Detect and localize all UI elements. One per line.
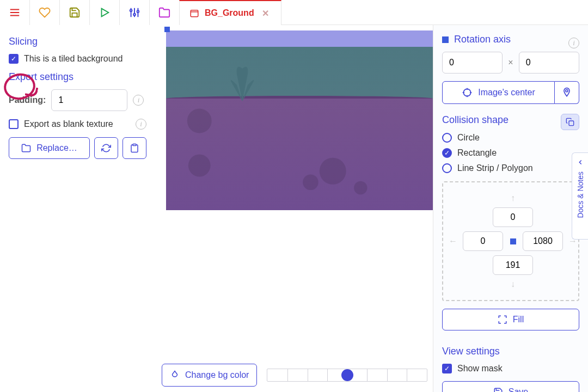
collision-line-radio[interactable]: Line Strip / Polygon [442,161,579,176]
canvas-layer-purple [166,99,433,210]
zoom-thumb[interactable] [341,369,353,381]
save-icon [69,7,81,19]
rotation-axis-label: Rotation axis [454,34,511,45]
svg-point-8 [133,14,136,16]
rotation-sep: × [508,58,513,68]
hamburger-icon [9,7,21,19]
rotation-x-input[interactable] [442,52,503,74]
arrow-left-icon: ← [449,236,457,246]
sliders-icon [128,7,140,19]
axis-marker-icon [442,36,449,43]
pin-icon [561,87,572,98]
svg-point-7 [130,10,132,12]
svg-point-9 [137,10,139,13]
svg-marker-3 [102,9,109,17]
heart-icon [39,7,51,19]
tab-title: BG_Ground [205,8,254,18]
radio-icon [442,163,452,173]
menu-button[interactable] [0,0,30,25]
save-button[interactable]: Save [442,381,579,392]
play-icon [99,7,111,19]
radio-icon [442,148,452,158]
images-center-label: Image's center [478,88,535,97]
show-mask-label: Show mask [457,364,503,373]
rotation-axis-title: Rotation axis [442,34,511,45]
fill-button[interactable]: Fill [442,309,579,330]
collision-circle-label: Circle [457,133,480,143]
texture-tab-icon [189,8,199,18]
axis-handle[interactable] [164,27,170,32]
svg-point-17 [187,108,212,133]
replace-label: Replace… [36,143,77,153]
collision-right-input[interactable] [523,231,563,251]
rotation-y-input[interactable] [519,52,579,74]
svg-point-18 [464,89,471,96]
svg-rect-24 [569,121,574,126]
collision-top-input[interactable] [493,207,533,227]
texture-canvas[interactable] [166,30,433,210]
copy-icon [566,118,574,126]
droplet-icon [170,370,180,381]
change-bg-color-button[interactable]: Change bg color [162,364,257,387]
tab-close-button[interactable]: ✕ [260,8,271,19]
save-label: Save [509,387,528,392]
reimport-button[interactable] [94,137,118,159]
svg-point-16 [354,181,367,195]
padding-input[interactable] [51,89,127,111]
svg-point-14 [303,174,318,190]
svg-rect-12 [133,144,136,146]
folder-icon [21,143,31,153]
collision-rect-label: Rectangle [457,148,497,158]
arrow-down-icon: ↓ [511,279,515,289]
collision-left-input[interactable] [463,231,503,251]
padding-label: Padding: [9,95,46,105]
docs-notes-tab[interactable]: Docs & Notes [572,152,588,240]
svg-point-15 [320,158,346,185]
folder-button[interactable] [150,0,180,25]
export-blank-info-icon[interactable]: i [136,119,146,130]
docs-notes-label: Docs & Notes [576,171,585,218]
zoom-slider[interactable] [267,369,427,382]
export-settings-title: Export settings [9,71,146,83]
change-bg-label: Change bg color [185,370,249,380]
checkbox-icon [442,364,452,373]
svg-point-23 [566,90,568,92]
paste-button[interactable] [122,137,146,159]
clipboard-icon [130,143,139,153]
collision-bottom-input[interactable] [493,255,533,275]
images-center-button[interactable]: Image's center [442,81,555,104]
play-button[interactable] [90,0,120,25]
copy-collision-button[interactable] [561,114,579,130]
center-marker-icon [510,238,516,244]
collision-bounds-editor: ↑ ← → ↓ [442,181,579,301]
export-blank-label: Export as blank texture [24,119,113,129]
save-toolbar-button[interactable] [60,0,90,25]
collision-shape-title: Collision shape [442,114,509,126]
collision-circle-radio[interactable]: Circle [442,130,579,145]
plant-decoration-icon [226,58,259,101]
replace-button[interactable]: Replace… [9,137,90,159]
refresh-icon [101,143,111,153]
crosshair-icon [462,87,473,98]
slicing-title: Slicing [9,36,146,47]
padding-info-icon[interactable]: i [133,95,144,106]
show-mask-checkbox[interactable]: Show mask [442,364,579,373]
export-blank-checkbox[interactable]: Export as blank texture [9,119,113,129]
tiled-background-checkbox[interactable]: This is a tiled background [9,54,146,64]
radio-icon [442,133,452,143]
settings-sliders-button[interactable] [120,0,150,25]
folder-icon [158,7,170,19]
fill-label: Fill [513,315,524,324]
svg-point-13 [188,155,211,177]
collision-rect-radio[interactable]: Rectangle [442,145,579,161]
rotation-info-icon[interactable]: i [568,38,579,48]
favorite-button[interactable] [30,0,60,25]
tiled-background-label: This is a tiled background [24,54,122,64]
collision-line-label: Line Strip / Polygon [457,163,533,173]
isometrify-button[interactable] [555,81,579,104]
chevron-left-icon [577,158,584,166]
tab-texture[interactable]: BG_Ground ✕ [179,0,281,25]
checkbox-icon [9,119,19,129]
view-settings-title: View settings [442,346,579,357]
svg-rect-10 [191,10,198,17]
